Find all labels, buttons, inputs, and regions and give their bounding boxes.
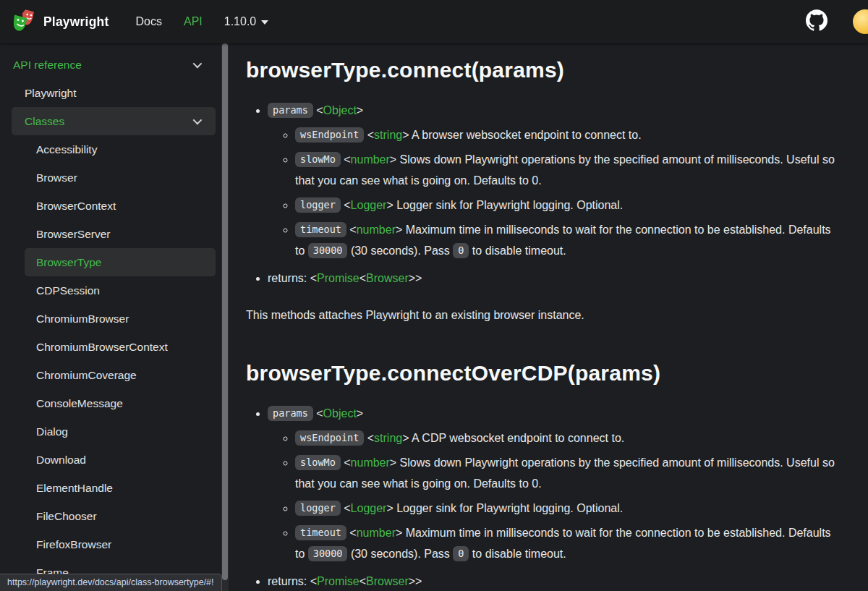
text-segment: >	[357, 407, 363, 420]
type-link[interactable]: number	[357, 527, 396, 539]
sidebar-item-consolemessage[interactable]: ConsoleMessage	[25, 389, 216, 417]
status-url-tooltip: https://playwright.dev/docs/api/class-br…	[0, 574, 222, 591]
github-icon	[806, 9, 827, 34]
inline-code: wsEndpoint	[295, 127, 364, 143]
arg-subitem: slowMo <number> Slows down Playwright op…	[295, 452, 839, 494]
inline-code: 0	[453, 243, 469, 258]
text-segment: <	[341, 502, 351, 514]
sidebar-item-label: Classes	[25, 115, 64, 128]
sidebar-item-elementhandle[interactable]: ElementHandle	[25, 474, 216, 502]
sidebar-menu: API referencePlaywrightClassesAccessibil…	[6, 51, 216, 587]
type-link[interactable]: Promise	[317, 575, 359, 587]
version-dropdown[interactable]: 1.10.0	[224, 15, 268, 28]
arg-subitem: slowMo <number> Slows down Playwright op…	[295, 149, 839, 191]
sidebar-item-chromiumcoverage[interactable]: ChromiumCoverage	[25, 361, 216, 389]
sidebar-item-label: Dialog	[36, 425, 68, 438]
sidebar: API referencePlaywrightClassesAccessibil…	[0, 43, 221, 591]
inline-code: 0	[453, 546, 469, 561]
arg-subitem: wsEndpoint <string> A browser websocket …	[295, 124, 839, 145]
brand-home-link[interactable]: Playwright	[12, 8, 109, 35]
github-link[interactable]	[806, 9, 827, 34]
sidebar-scrollbar[interactable]	[221, 43, 229, 591]
sidebar-item-chromiumbrowsercontext[interactable]: ChromiumBrowserContext	[25, 333, 216, 361]
text-segment: <	[364, 432, 374, 444]
inline-code: params	[268, 103, 313, 118]
sidebar-item-label: CDPSession	[36, 284, 100, 297]
arg-item: returns: <Promise<Browser>>	[268, 571, 839, 591]
sub-args-list: wsEndpoint <string> A CDP websocket endp…	[268, 428, 839, 564]
inline-code: timeout	[295, 222, 346, 237]
text-segment: (30 seconds). Pass	[347, 245, 453, 257]
doc-content: browserType.connect(params)params <Objec…	[229, 43, 868, 591]
sidebar-item-label: ChromiumBrowserContext	[36, 341, 168, 354]
sidebar-item-label: BrowserServer	[36, 228, 111, 241]
sidebar-item-browsertype[interactable]: BrowserType	[25, 248, 216, 276]
arg-subitem: logger <Logger> Logger sink for Playwrig…	[295, 498, 839, 519]
args-list: params <Object>wsEndpoint <string> A CDP…	[246, 403, 839, 591]
inline-code: 30000	[308, 546, 348, 561]
nav-docs-link[interactable]: Docs	[136, 15, 162, 28]
sidebar-item-label: ChromiumCoverage	[36, 369, 137, 382]
scrollbar-thumb[interactable]	[222, 43, 228, 580]
sidebar-item-api-reference[interactable]: API reference	[6, 51, 216, 79]
sidebar-item-download[interactable]: Download	[25, 446, 216, 474]
sidebar-item-label: Browser	[36, 171, 77, 184]
sidebar-item-browser[interactable]: Browser	[25, 163, 216, 192]
type-link[interactable]: Logger	[351, 199, 387, 211]
sidebar-item-label: BrowserType	[36, 256, 101, 269]
sidebar-item-cdpsession[interactable]: CDPSession	[25, 276, 216, 305]
chevron-down-icon[interactable]	[193, 59, 203, 69]
sidebar-item-firefoxbrowser[interactable]: FirefoxBrowser	[25, 530, 216, 558]
text-segment: > A CDP websocket endpoint to connect to…	[402, 432, 624, 444]
sidebar-item-chromiumbrowser[interactable]: ChromiumBrowser	[25, 305, 216, 333]
text-segment: <	[359, 575, 366, 587]
navbar-right	[806, 9, 856, 34]
sidebar-item-browserserver[interactable]: BrowserServer	[25, 220, 216, 248]
playwright-logo-icon	[12, 8, 36, 35]
text-segment: <	[313, 407, 323, 420]
chevron-down-icon[interactable]	[193, 116, 203, 125]
text-segment: <	[346, 224, 357, 236]
inline-code: 30000	[308, 243, 348, 258]
sidebar-item-label: FirefoxBrowser	[36, 538, 111, 551]
text-segment: <	[341, 199, 351, 211]
type-link[interactable]: Browser	[366, 272, 409, 284]
method-heading-connect: browserType.connect(params)	[246, 58, 839, 82]
type-link[interactable]: number	[357, 224, 396, 236]
arg-item: returns: <Promise<Browser>>	[268, 268, 839, 289]
type-link[interactable]: string	[374, 432, 402, 444]
sidebar-item-label: Download	[36, 454, 86, 467]
sidebar-item-label: ChromiumBrowser	[36, 312, 129, 326]
type-link[interactable]: string	[374, 129, 402, 141]
text-segment: <	[346, 527, 357, 539]
type-link[interactable]: Object	[323, 104, 357, 116]
text-segment: returns: <	[268, 272, 317, 284]
sidebar-item-browsercontext[interactable]: BrowserContext	[25, 192, 216, 220]
text-segment: > Logger sink for Playwright logging. Op…	[386, 502, 623, 514]
type-link[interactable]: Object	[323, 407, 357, 420]
sidebar-item-accessibility[interactable]: Accessibility	[25, 135, 216, 163]
type-link[interactable]: number	[351, 456, 390, 469]
text-segment: >>	[409, 575, 422, 587]
type-link[interactable]: number	[351, 153, 390, 166]
inline-code: logger	[295, 197, 341, 213]
text-segment: <	[313, 104, 323, 116]
type-link[interactable]: Logger	[351, 502, 387, 514]
arg-item: params <Object>wsEndpoint <string> A bro…	[268, 100, 839, 261]
type-link[interactable]: Promise	[317, 272, 359, 284]
nav-api-link[interactable]: API	[184, 15, 203, 28]
inline-code: slowMo	[295, 455, 341, 470]
inline-code: params	[268, 406, 313, 421]
arg-subitem: timeout <number> Maximum time in millise…	[295, 219, 839, 261]
sidebar-item-playwright[interactable]: Playwright	[12, 79, 216, 107]
sidebar-item-label: BrowserContext	[36, 200, 116, 213]
method-heading-connectOverCDP: browserType.connectOverCDP(params)	[246, 361, 839, 386]
text-segment: returns: <	[268, 575, 317, 587]
type-link[interactable]: Browser	[366, 575, 409, 587]
sidebar-item-dialog[interactable]: Dialog	[25, 417, 216, 446]
sidebar-item-label: API reference	[13, 59, 82, 72]
sidebar-item-filechooser[interactable]: FileChooser	[25, 502, 216, 530]
sidebar-item-classes[interactable]: Classes	[12, 107, 216, 135]
method-description: This methods attaches Playwright to an e…	[246, 306, 839, 325]
inline-code: logger	[295, 501, 341, 516]
